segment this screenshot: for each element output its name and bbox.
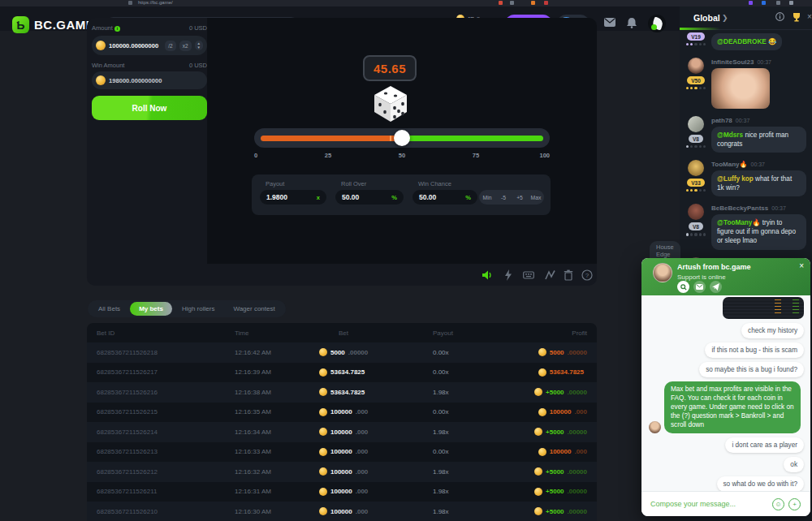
slider-tick: 75: [473, 152, 479, 159]
coin-icon: [534, 388, 542, 396]
bet-amount-value: 100000.00000000: [109, 42, 162, 50]
coin-icon: [534, 488, 542, 496]
bet-cell: 100000.000: [319, 467, 433, 476]
support-image-attachment[interactable]: [723, 297, 804, 319]
table-row[interactable]: 6828536721152621712:16:39 AM53634.78250.…: [87, 363, 597, 383]
coin-icon: [319, 507, 327, 515]
tab-all-bets[interactable]: All Bets: [89, 302, 129, 316]
extension-icon[interactable]: [499, 1, 503, 5]
extension-icon[interactable]: [510, 1, 514, 5]
win-chance-input[interactable]: 50.00%: [412, 190, 477, 205]
level-badge: V50: [687, 76, 705, 84]
tab-wager-contest[interactable]: Wager contest: [224, 302, 283, 316]
win-amount-input[interactable]: 198000.000000000: [92, 71, 207, 89]
table-row[interactable]: 6828536721152621312:16:33 AM100000.0000.…: [87, 442, 597, 463]
lightning-icon[interactable]: [503, 269, 514, 281]
close-icon[interactable]: ×: [799, 261, 804, 270]
bcgame-logo-text[interactable]: BC.GAME: [34, 18, 94, 32]
mention[interactable]: @TooMany🔥: [717, 219, 761, 226]
live-stats-icon[interactable]: [545, 269, 556, 281]
extension-icon[interactable]: [749, 1, 753, 5]
help-icon[interactable]: ?: [581, 269, 593, 281]
hotkeys-icon[interactable]: [523, 269, 534, 281]
bell-icon[interactable]: [627, 18, 637, 28]
browser-url[interactable]: https://bc.game/: [138, 0, 173, 5]
profit-cell: +5000.00000: [534, 467, 587, 476]
half-bet-button[interactable]: /2: [165, 41, 175, 51]
mention[interactable]: @Mdsrs: [717, 131, 743, 139]
slider-knob[interactable]: [394, 130, 410, 146]
bet-params-panel: Payout 1.9800x Roll Over 50.00% Win Chan…: [252, 174, 551, 215]
table-row[interactable]: 6828536721152621512:16:35 AM100000.0000.…: [87, 403, 597, 423]
info-icon[interactable]: [775, 12, 784, 21]
notification-avatar[interactable]: [648, 15, 666, 32]
roll-slider[interactable]: [254, 128, 550, 148]
profit-cell: +5000.00000: [534, 388, 587, 396]
coin-icon: [319, 448, 327, 456]
mail-icon[interactable]: [604, 18, 615, 27]
table-row[interactable]: 6828536721152621412:16:34 AM100000.0001.…: [87, 422, 597, 442]
extension-icon[interactable]: [531, 1, 535, 5]
win-chance-btn-minus5[interactable]: -5: [495, 195, 512, 200]
tab-my-bets[interactable]: My bets: [130, 302, 172, 316]
chevron-right-icon[interactable]: ❯: [722, 14, 728, 22]
chat-gif-image[interactable]: [711, 68, 770, 109]
tab-high-rollers[interactable]: High rollers: [173, 302, 223, 316]
table-row[interactable]: 6828536721152621012:16:30 AM100000.0001.…: [87, 502, 597, 521]
extension-icon[interactable]: [544, 1, 548, 5]
bet-amount-input[interactable]: 100000.00000000 /2 x2 ▲▼: [92, 36, 207, 55]
win-chance-btn-plus5[interactable]: +5: [512, 195, 528, 200]
avatar[interactable]: [688, 160, 704, 176]
chat-channel-tab[interactable]: Global: [693, 13, 720, 23]
amount-usd: 0 USD: [189, 24, 207, 32]
search-button[interactable]: [677, 281, 689, 293]
chat-username[interactable]: path7800:37: [711, 117, 806, 124]
roll-over-input[interactable]: 50.00%: [335, 190, 404, 205]
coin-icon: [319, 408, 327, 416]
bet-id-cell: 68285367211526210: [97, 508, 235, 515]
emoji-icon[interactable]: ☺: [772, 498, 784, 510]
profit-cell: 53634.7825: [538, 368, 587, 377]
chat-username[interactable]: InfiniteSoul2300:37: [711, 58, 806, 66]
extension-icon[interactable]: [762, 1, 766, 5]
bet-cell: 5000.00000: [319, 348, 433, 356]
double-bet-button[interactable]: x2: [179, 41, 192, 51]
roll-result: 45.65: [363, 55, 417, 81]
star-rating: [686, 43, 706, 45]
email-button[interactable]: [693, 281, 706, 293]
trophy-icon[interactable]: [792, 12, 801, 22]
avatar[interactable]: [688, 204, 704, 220]
win-chance-btn-min[interactable]: Min: [479, 195, 495, 200]
bet-id-cell: 68285367211526213: [97, 448, 235, 455]
currency-toggle-icon[interactable]: i: [114, 26, 120, 32]
win-amount-label: Win Amount: [92, 62, 124, 69]
amount-stepper[interactable]: ▲▼: [195, 41, 203, 51]
table-row[interactable]: 6828536721152621112:16:31 AM100000.0001.…: [87, 482, 597, 502]
chat-message: V8path7800:37@Mdsrs nice profit man cong…: [685, 116, 806, 153]
trash-icon[interactable]: [563, 269, 574, 281]
avatar[interactable]: [688, 116, 704, 132]
chat-username[interactable]: TooMany🔥00:37: [711, 161, 806, 168]
table-row[interactable]: 6828536721152621812:16:42 AM5000.000000.…: [87, 342, 597, 363]
extension-icon[interactable]: [776, 1, 780, 5]
mention[interactable]: @DEADBROKE: [717, 38, 767, 45]
telegram-button[interactable]: [710, 281, 722, 293]
table-row[interactable]: 6828536721152621212:16:32 AM100000.0001.…: [87, 462, 597, 482]
attach-icon[interactable]: +: [788, 498, 801, 510]
sound-icon[interactable]: [482, 269, 493, 281]
table-row[interactable]: 6828536721152621612:16:38 AM53634.78251.…: [87, 382, 597, 403]
roll-now-button[interactable]: Roll Now: [92, 96, 207, 120]
mention[interactable]: @Luffy kop: [717, 175, 754, 183]
dice-icon: [372, 84, 409, 123]
chat-username[interactable]: BeBeBeckyPantss00:37: [711, 205, 806, 212]
roll-over-label: Roll Over: [341, 180, 366, 187]
win-chance-btn-max[interactable]: Max: [528, 195, 544, 200]
bcgame-logo-icon[interactable]: Ƅ: [12, 16, 29, 33]
payout-input[interactable]: 1.9800x: [260, 190, 326, 205]
support-compose-input[interactable]: Compose your message...: [650, 500, 736, 508]
extension-icon[interactable]: [789, 1, 793, 5]
avatar[interactable]: [688, 58, 704, 74]
bets-table: Bet ID Time Bet Payout Profit 6828536721…: [87, 323, 597, 521]
close-icon[interactable]: ×: [807, 12, 812, 21]
dice-game-card: Amounti 0 USD 100000.00000000 /2 x2 ▲▼ W…: [87, 18, 597, 286]
